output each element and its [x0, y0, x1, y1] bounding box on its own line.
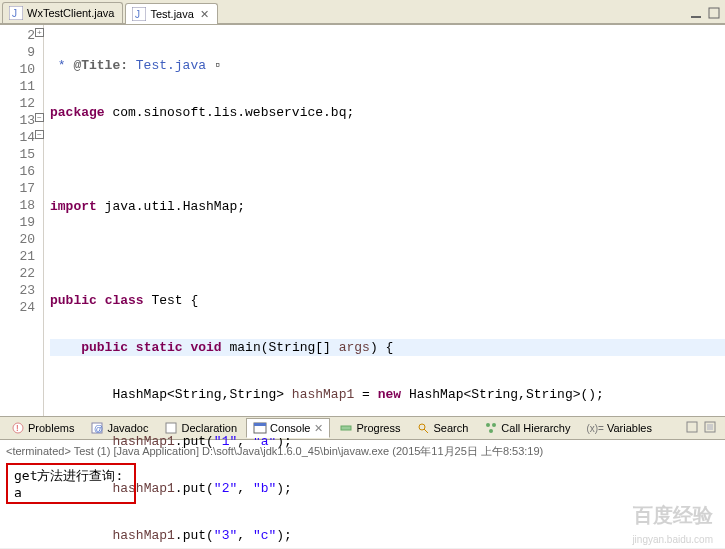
- svg-text:J: J: [135, 9, 140, 20]
- svg-rect-5: [709, 8, 719, 18]
- tab-progress[interactable]: Progress: [332, 418, 407, 438]
- svg-rect-13: [341, 426, 351, 430]
- tab-test[interactable]: J Test.java ✕: [125, 3, 217, 24]
- call-hierarchy-icon: [484, 421, 498, 435]
- display-icon[interactable]: [703, 420, 717, 436]
- minimize-icon[interactable]: [689, 6, 703, 23]
- svg-text:!: !: [16, 423, 19, 433]
- svg-point-16: [486, 423, 490, 427]
- svg-rect-21: [707, 424, 713, 430]
- close-icon[interactable]: ✕: [314, 422, 323, 435]
- fold-icon[interactable]: −: [35, 113, 44, 122]
- tab-problems[interactable]: !Problems: [4, 418, 81, 438]
- pin-icon[interactable]: [685, 420, 699, 436]
- search-icon: [416, 421, 430, 435]
- tab-search[interactable]: Search: [409, 418, 475, 438]
- tab-callhierarchy[interactable]: Call Hierarchy: [477, 418, 577, 438]
- svg-point-18: [489, 429, 493, 433]
- java-file-icon: J: [132, 7, 146, 21]
- maximize-icon[interactable]: [707, 6, 721, 23]
- svg-text:@: @: [94, 424, 103, 434]
- editor-tab-bar: J WxTestClient.java J Test.java ✕: [0, 0, 725, 24]
- svg-rect-10: [166, 423, 176, 433]
- svg-text:J: J: [12, 8, 17, 19]
- console-icon: [253, 421, 267, 435]
- tab-wxtestclient[interactable]: J WxTestClient.java: [2, 2, 123, 23]
- problems-icon: !: [11, 421, 25, 435]
- tab-javadoc[interactable]: @Javadoc: [83, 418, 155, 438]
- tab-declaration[interactable]: Declaration: [157, 418, 244, 438]
- progress-icon: [339, 421, 353, 435]
- svg-line-15: [424, 429, 428, 433]
- tab-label: Test.java: [150, 8, 193, 20]
- fold-icon[interactable]: −: [35, 130, 44, 139]
- code-area[interactable]: * @Title: Test.java ▫ package com.sinoso…: [44, 25, 725, 416]
- views-tab-bar: !Problems @Javadoc Declaration Console ✕…: [0, 416, 725, 440]
- watermark-brand: 百度经验: [633, 502, 713, 529]
- watermark-url: jingyan.baidu.com: [632, 534, 713, 545]
- javadoc-icon: @: [90, 421, 104, 435]
- fold-icon[interactable]: +: [35, 28, 44, 37]
- tab-console[interactable]: Console ✕: [246, 418, 330, 438]
- svg-point-17: [492, 423, 496, 427]
- code-editor[interactable]: 2 9 10 11 12 13 14 15 16 17 18 19 20 21 …: [0, 24, 725, 416]
- svg-rect-12: [254, 423, 266, 426]
- tab-label: WxTestClient.java: [27, 7, 114, 19]
- tab-variables[interactable]: (x)=Variables: [579, 419, 659, 437]
- java-file-icon: J: [9, 6, 23, 20]
- console-output: get方法进行查询: a: [6, 463, 136, 504]
- svg-rect-4: [691, 16, 701, 18]
- line-gutter: 2 9 10 11 12 13 14 15 16 17 18 19 20 21 …: [0, 25, 44, 416]
- svg-rect-19: [687, 422, 697, 432]
- close-icon[interactable]: ✕: [200, 8, 209, 21]
- declaration-icon: [164, 421, 178, 435]
